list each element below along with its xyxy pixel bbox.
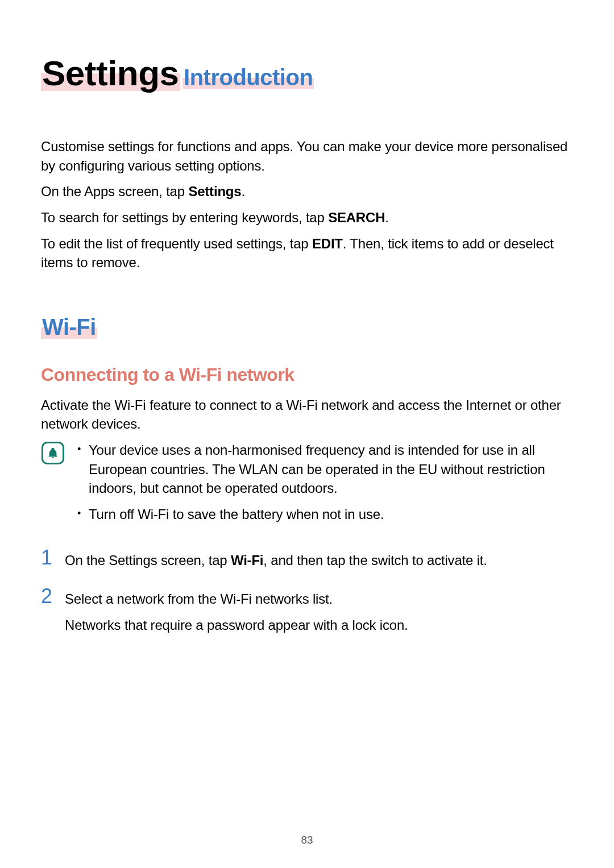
- step-1-body: On the Settings screen, tap Wi-Fi, and t…: [65, 547, 573, 577]
- text: To search for settings by entering keywo…: [41, 210, 328, 225]
- note-bullet-1: Your device uses a non-harmonised freque…: [76, 441, 573, 498]
- note-callout: Your device uses a non-harmonised freque…: [41, 441, 573, 530]
- step-2-line-2: Networks that require a password appear …: [65, 616, 573, 635]
- wifi-paragraph-1: Activate the Wi-Fi feature to connect to…: [41, 396, 573, 434]
- step-number-1: 1: [41, 547, 55, 568]
- intro-paragraph-1: Customise settings for functions and app…: [41, 137, 573, 175]
- text: , and then tap the switch to activate it…: [263, 553, 487, 568]
- step-2: 2 Select a network from the Wi-Fi networ…: [41, 586, 573, 641]
- text: On the Settings screen, tap: [65, 553, 231, 568]
- page-title: Settings: [41, 54, 180, 93]
- step-2-body: Select a network from the Wi-Fi networks…: [65, 586, 573, 641]
- text: On the Apps screen, tap: [41, 184, 188, 199]
- bold-search: SEARCH: [328, 210, 385, 225]
- bold-edit: EDIT: [312, 236, 343, 251]
- note-bullet-list: Your device uses a non-harmonised freque…: [76, 441, 573, 530]
- step-2-line-1: Select a network from the Wi-Fi networks…: [65, 589, 573, 609]
- text: .: [241, 184, 244, 199]
- intro-paragraph-2: On the Apps screen, tap Settings.: [41, 182, 573, 201]
- subheading-connecting: Connecting to a Wi-Fi network: [41, 364, 573, 385]
- intro-paragraph-4: To edit the list of frequently used sett…: [41, 234, 573, 272]
- step-1: 1 On the Settings screen, tap Wi-Fi, and…: [41, 547, 573, 577]
- bell-icon: [42, 442, 64, 464]
- note-icon-wrap: [41, 441, 65, 464]
- bold-wifi: Wi-Fi: [231, 553, 263, 568]
- step-number-2: 2: [41, 586, 55, 607]
- bold-settings: Settings: [188, 184, 241, 199]
- section-wifi: Wi-Fi: [41, 314, 97, 339]
- intro-paragraph-3: To search for settings by entering keywo…: [41, 208, 573, 227]
- page-number: 83: [0, 834, 614, 846]
- text: To edit the list of frequently used sett…: [41, 236, 312, 251]
- section-introduction: Introduction: [182, 65, 314, 90]
- text: .: [385, 210, 388, 225]
- note-bullet-2: Turn off Wi-Fi to save the battery when …: [76, 505, 573, 524]
